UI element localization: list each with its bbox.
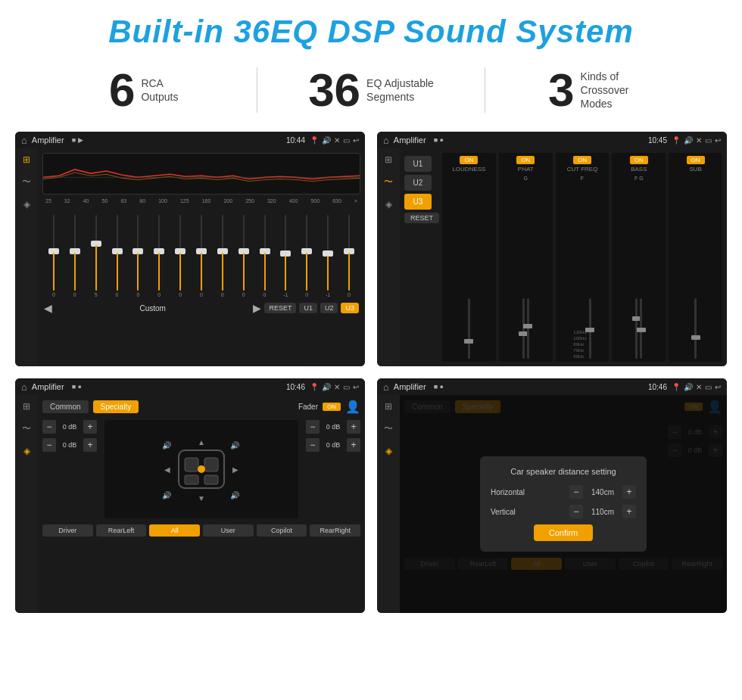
common-tab[interactable]: Common [42,400,89,413]
stat-rca-label: RCAOutputs [141,76,178,104]
channel-u2[interactable]: U2 [404,175,432,191]
vol-rr-plus[interactable]: + [347,438,360,452]
close-icon-4[interactable]: ✕ [696,383,702,391]
driver-btn-3[interactable]: Driver [42,524,93,537]
copilot-btn-3[interactable]: Copilot [257,524,307,537]
rearright-btn-3[interactable]: RearRight [310,524,360,537]
cutfreq-sliders[interactable]: 120Hz100Hz80Hz70Hz60Hz [573,181,591,359]
phat-sliders[interactable] [522,181,529,359]
channel-u1[interactable]: U1 [404,156,432,172]
prev-btn[interactable]: ◀ [44,302,52,314]
horizontal-minus[interactable]: − [569,485,583,499]
freq-200: 200 [223,198,232,204]
vol-rl-minus[interactable]: − [42,438,56,452]
freq-500: 500 [310,198,320,204]
back-icon-2[interactable]: ↩ [715,136,721,145]
speaker3-icon[interactable]: ◈ [23,446,30,456]
back-icon-3[interactable]: ↩ [353,383,359,391]
eq-slider-12[interactable]: 0 [297,215,316,297]
sub-slider[interactable] [694,176,697,359]
eq-slider-8[interactable]: 0 [213,215,232,297]
eq2-icon[interactable]: ⊞ [385,154,392,165]
wave3-icon[interactable]: 〜 [22,422,31,435]
vol-fr-minus[interactable]: − [306,420,320,434]
speaker-icon[interactable]: ◈ [23,199,30,210]
back-icon-4[interactable]: ↩ [715,383,721,391]
horizontal-row: Horizontal − 140cm + [491,485,636,499]
svg-text:◀: ◀ [164,465,170,474]
eq4-icon[interactable]: ⊞ [385,401,392,412]
eq-slider-6[interactable]: 0 [170,215,190,297]
u1-btn[interactable]: U1 [299,303,317,313]
eq-slider-0[interactable]: 0 [44,215,64,297]
freq-160: 160 [202,198,211,204]
eq-slider-1[interactable]: 0 [65,215,85,297]
status-dots-4: ■ ● [434,383,444,390]
app-title-3: Amplifier [32,382,64,391]
eq-slider-11[interactable]: -1 [276,215,295,297]
home-icon-4[interactable]: ⌂ [383,381,389,393]
fader-label: Fader [298,403,318,411]
close-icon-3[interactable]: ✕ [334,383,340,391]
left-sidebar-3: ⊞ 〜 ◈ [15,395,38,613]
screen-inner-1: ⊞ 〜 ◈ 25 32 40 50 63 8 [15,148,365,366]
eq-slider-3[interactable]: 0 [108,215,127,297]
speaker4-icon[interactable]: ◈ [385,446,392,456]
home-icon-3[interactable]: ⌂ [21,381,27,393]
channel-u3[interactable]: U3 [404,194,432,210]
user-btn-3[interactable]: User [203,524,254,537]
u3-btn[interactable]: U3 [341,303,359,313]
horizontal-value: 140cm [588,488,618,496]
crossover-reset[interactable]: RESET [404,213,439,223]
confirm-button[interactable]: Confirm [534,524,594,541]
status-icons-4: 📍 🔊 ✕ ▭ ↩ [672,383,721,391]
left-sidebar-2: ⊞ 〜 ◈ [377,148,400,366]
eq-slider-2[interactable]: 5 [86,215,106,297]
reset-btn[interactable]: RESET [264,303,296,313]
eq-icon[interactable]: ⊞ [23,154,30,165]
app-title-4: Amplifier [394,382,426,391]
eq-slider-5[interactable]: 0 [149,215,169,297]
close-icon-1[interactable]: ✕ [334,136,340,145]
freq-125: 125 [180,198,189,204]
home-icon-1[interactable]: ⌂ [21,135,27,146]
specialty-tab[interactable]: Specialty [93,400,139,413]
eq-slider-4[interactable]: 0 [128,215,148,297]
wave4-icon[interactable]: 〜 [384,422,393,435]
loudness-slider[interactable] [468,176,470,359]
eq-bottom-bar: ◀ Custom ▶ RESET U1 U2 U3 [42,302,360,314]
bass-sliders[interactable] [635,181,642,359]
vol-fl-plus[interactable]: + [83,420,97,434]
next-btn[interactable]: ▶ [253,302,261,314]
time-3: 10:46 [286,383,305,391]
eq-slider-13[interactable]: -1 [318,215,338,297]
eq-slider-10[interactable]: 0 [255,215,275,297]
close-icon-2[interactable]: ✕ [696,136,702,145]
back-icon-1[interactable]: ↩ [353,136,359,145]
cutfreq-label: CUT FREQ [567,166,598,173]
eq-slider-9[interactable]: 0 [234,215,254,297]
all-btn-3[interactable]: All [149,524,200,537]
wave2-icon[interactable]: 〜 [384,176,393,188]
person-icon[interactable]: 👤 [345,400,360,414]
vol-rr: − 0 dB + [306,438,360,452]
wave-icon[interactable]: 〜 [22,176,31,188]
vol-rl-plus[interactable]: + [83,438,97,452]
vol-rr-minus[interactable]: − [306,438,320,452]
rearleft-btn-3[interactable]: RearLeft [96,524,147,537]
u2-btn[interactable]: U2 [320,303,338,313]
fader-toggle[interactable]: ON [323,403,341,411]
eq-slider-7[interactable]: 0 [192,215,211,297]
freq-more: » [354,198,357,204]
home-icon-2[interactable]: ⌂ [383,135,389,146]
horizontal-plus[interactable]: + [622,485,636,499]
freq-320: 320 [267,198,276,204]
vol-fr-plus[interactable]: + [347,420,360,434]
vertical-plus[interactable]: + [622,505,636,518]
eq3-icon[interactable]: ⊞ [23,401,30,412]
speaker2-icon[interactable]: ◈ [385,199,392,210]
screen-icon-1: ▭ [343,136,350,145]
vol-fl-minus[interactable]: − [42,420,56,434]
eq-slider-14[interactable]: 0 [339,215,359,297]
vertical-minus[interactable]: − [569,505,583,518]
